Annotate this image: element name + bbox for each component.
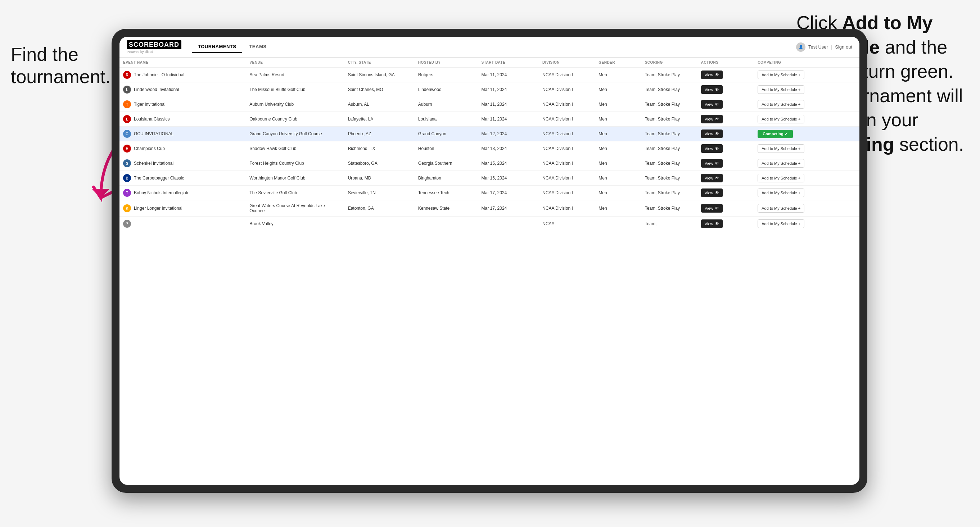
- city-cell: Phoenix, AZ: [344, 127, 415, 141]
- actions-cell: View 👁: [697, 68, 754, 83]
- tab-tournaments[interactable]: TOURNAMENTS: [192, 41, 242, 53]
- actions-cell: View 👁: [697, 200, 754, 217]
- venue-cell: Worthington Manor Golf Club: [246, 171, 344, 186]
- venue-cell: Brook Valley: [246, 217, 344, 231]
- city-cell: Saint Charles, MO: [344, 83, 415, 97]
- hosted-cell: Rutgers: [415, 68, 478, 83]
- date-cell: Mar 15, 2024: [478, 156, 539, 171]
- scoring-cell: Team, Stroke Play: [641, 141, 697, 156]
- add-to-schedule-button[interactable]: Add to My Schedule +: [757, 219, 804, 228]
- user-name: Test User: [808, 44, 828, 50]
- view-button[interactable]: View 👁: [701, 189, 723, 197]
- hosted-cell: Grand Canyon: [415, 127, 478, 141]
- event-name-text: Louisiana Classics: [134, 117, 170, 122]
- venue-cell: Great Waters Course At Reynolds Lake Oco…: [246, 200, 344, 217]
- col-header-hosted: HOSTED BY: [415, 57, 478, 68]
- view-button[interactable]: View 👁: [701, 174, 723, 183]
- gender-cell: Men: [595, 200, 641, 217]
- city-cell: Auburn, AL: [344, 97, 415, 112]
- event-name-text: Linger Longer Invitational: [134, 206, 183, 211]
- gender-cell: Men: [595, 97, 641, 112]
- add-to-schedule-button[interactable]: Add to My Schedule +: [757, 174, 804, 183]
- team-logo: H: [123, 144, 131, 152]
- scoring-cell: Team, Stroke Play: [641, 156, 697, 171]
- date-cell: [478, 217, 539, 231]
- gender-cell: Men: [595, 127, 641, 141]
- view-button[interactable]: View 👁: [701, 144, 723, 153]
- competing-cell: Competing ✓: [754, 127, 859, 141]
- date-cell: Mar 11, 2024: [478, 97, 539, 112]
- competing-cell: Add to My Schedule +: [754, 97, 859, 112]
- competing-cell: Add to My Schedule +: [754, 112, 859, 127]
- table-row: HChampions CupShadow Hawk Golf ClubRichm…: [119, 141, 859, 156]
- nav-tabs: TOURNAMENTS TEAMS: [192, 41, 272, 53]
- team-logo: T: [123, 189, 131, 197]
- venue-cell: Oakbourne Country Club: [246, 112, 344, 127]
- view-button[interactable]: View 👁: [701, 130, 723, 138]
- team-logo: G: [123, 130, 131, 138]
- scoring-cell: Team, Stroke Play: [641, 200, 697, 217]
- logo-area: SCOREBOARD Powered by clippd: [127, 40, 181, 54]
- competing-button[interactable]: Competing ✓: [757, 130, 793, 138]
- venue-cell: Forest Heights Country Club: [246, 156, 344, 171]
- add-to-schedule-button[interactable]: Add to My Schedule +: [757, 204, 804, 213]
- gender-cell: Men: [595, 83, 641, 97]
- city-cell: Richmond, TX: [344, 141, 415, 156]
- actions-cell: View 👁: [697, 83, 754, 97]
- competing-cell: Add to My Schedule +: [754, 200, 859, 217]
- add-to-schedule-button[interactable]: Add to My Schedule +: [757, 159, 804, 168]
- team-logo: L: [123, 115, 131, 123]
- date-cell: Mar 13, 2024: [478, 141, 539, 156]
- view-button[interactable]: View 👁: [701, 204, 723, 213]
- event-name-text: Lindenwood Invitational: [134, 87, 179, 92]
- gender-cell: Men: [595, 68, 641, 83]
- tablet-frame: SCOREBOARD Powered by clippd TOURNAMENTS…: [111, 29, 867, 493]
- city-cell: Lafayette, LA: [344, 112, 415, 127]
- add-to-schedule-button[interactable]: Add to My Schedule +: [757, 70, 804, 79]
- tab-teams[interactable]: TEAMS: [243, 41, 272, 53]
- add-to-schedule-button[interactable]: Add to My Schedule +: [757, 100, 804, 109]
- add-to-schedule-button[interactable]: Add to My Schedule +: [757, 144, 804, 153]
- col-header-scoring: SCORING: [641, 57, 697, 68]
- sign-out-link[interactable]: Sign out: [835, 44, 852, 50]
- city-cell: Urbana, MD: [344, 171, 415, 186]
- view-button[interactable]: View 👁: [701, 159, 723, 168]
- table-row: TTiger InvitationalAuburn University Clu…: [119, 97, 859, 112]
- add-to-schedule-button[interactable]: Add to My Schedule +: [757, 189, 804, 197]
- table-header-row: EVENT NAME VENUE CITY, STATE HOSTED BY S…: [119, 57, 859, 68]
- city-cell: Sevierville, TN: [344, 186, 415, 200]
- event-name-text: Bobby Nichols Intercollegiate: [134, 190, 190, 195]
- division-cell: NCAA Division I: [539, 156, 595, 171]
- event-name-cell: BThe Carpetbagger Classic: [119, 171, 246, 186]
- col-header-division: DIVISION: [539, 57, 595, 68]
- gender-cell: Men: [595, 156, 641, 171]
- gender-cell: Men: [595, 112, 641, 127]
- actions-cell: View 👁: [697, 112, 754, 127]
- event-name-cell: TTiger Invitational: [119, 97, 246, 112]
- col-header-actions: ACTIONS: [697, 57, 754, 68]
- view-button[interactable]: View 👁: [701, 219, 723, 228]
- team-logo: T: [123, 100, 131, 108]
- event-name-text: GCU INVITATIONAL: [134, 131, 173, 137]
- event-name-cell: LLouisiana Classics: [119, 112, 246, 127]
- top-nav: SCOREBOARD Powered by clippd TOURNAMENTS…: [119, 37, 859, 57]
- view-button[interactable]: View 👁: [701, 100, 723, 109]
- view-button[interactable]: View 👁: [701, 85, 723, 94]
- view-button[interactable]: View 👁: [701, 70, 723, 79]
- city-cell: [344, 217, 415, 231]
- hosted-cell: Louisiana: [415, 112, 478, 127]
- col-header-competing: COMPETING: [754, 57, 859, 68]
- table-row: GGCU INVITATIONALGrand Canyon University…: [119, 127, 859, 141]
- add-to-schedule-button[interactable]: Add to My Schedule +: [757, 85, 804, 94]
- add-to-schedule-button[interactable]: Add to My Schedule +: [757, 115, 804, 124]
- division-cell: NCAA Division I: [539, 97, 595, 112]
- division-cell: NCAA: [539, 217, 595, 231]
- view-button[interactable]: View 👁: [701, 115, 723, 124]
- competing-cell: Add to My Schedule +: [754, 141, 859, 156]
- event-name-text: Champions Cup: [134, 146, 165, 151]
- col-header-city: CITY, STATE: [344, 57, 415, 68]
- logo-powered: Powered by clippd: [127, 50, 181, 54]
- hosted-cell: Auburn: [415, 97, 478, 112]
- tablet-screen: SCOREBOARD Powered by clippd TOURNAMENTS…: [119, 37, 859, 485]
- event-name-cell: KLinger Longer Invitational: [119, 200, 246, 217]
